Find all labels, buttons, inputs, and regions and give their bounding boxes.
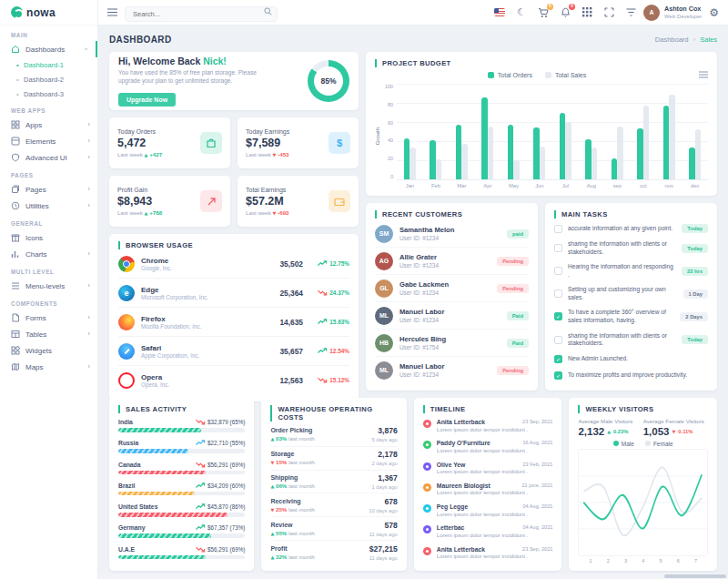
task-checkbox[interactable]: ✓	[554, 355, 562, 363]
search-input[interactable]	[125, 6, 278, 22]
upgrade-now-button[interactable]: Upgrade Now	[118, 93, 176, 107]
scrollbar-thumb[interactable]	[664, 574, 726, 578]
x-tick: 6	[670, 558, 687, 564]
progress-track	[118, 471, 245, 475]
task-text: sharing the information with clients or …	[568, 240, 674, 256]
bar-total-orders	[689, 147, 695, 179]
timeline-row: Peg Legge 04 Aug, 2021 Lorem ipsum dolor…	[423, 500, 553, 521]
stat-value: $7,589	[246, 137, 289, 149]
sales-row-germany: Germany $67,357 (73%)	[118, 521, 245, 542]
legend-female: Female	[645, 441, 673, 447]
sidebar-item-dashboard-1[interactable]: •Dashboard-1	[0, 57, 97, 72]
sidebar-item-icons[interactable]: Icons	[0, 229, 97, 246]
chevron-right-icon: ›	[87, 186, 90, 193]
browser-percent: 15.12%	[309, 377, 349, 383]
stat-title: Today Earnings	[246, 128, 289, 135]
trend-up-icon	[318, 260, 328, 267]
breadcrumb-dashboard[interactable]: Dashboard	[655, 36, 689, 44]
sidebar-item-dashboard-3[interactable]: •Dashboard-3	[0, 86, 97, 101]
avatar: AG	[375, 252, 393, 270]
task-checkbox[interactable]	[554, 267, 562, 275]
task-checkbox[interactable]: ✓	[554, 371, 562, 380]
timeline-dot	[423, 462, 431, 471]
task-checkbox[interactable]	[554, 290, 562, 298]
grid-icon[interactable]	[582, 7, 592, 17]
fullscreen-icon[interactable]	[604, 7, 614, 17]
bar-total-sales	[488, 127, 494, 179]
sidebar-item-apps[interactable]: Apps ›	[0, 117, 97, 133]
bar-total-sales	[565, 122, 571, 179]
cost-label: Shipping	[270, 474, 314, 481]
warehouse-row-profit: Profit ▲ 32% last month $27,215 11 days …	[270, 541, 397, 564]
stat-value: $8,943	[117, 195, 162, 208]
x-tick: Jul	[552, 183, 578, 188]
gear-icon[interactable]: ⚙	[709, 7, 719, 18]
topbar-icons: ☾09	[494, 7, 636, 18]
bar-group-jan	[397, 84, 422, 179]
sidebar-item-pages[interactable]: Pages ›	[0, 181, 97, 198]
cart-icon[interactable]: 0	[538, 7, 549, 18]
timeline-text: Lorem ipsum dolor tempor incididunt .	[437, 427, 553, 432]
bar-total-sales	[410, 147, 416, 179]
orders-icon	[200, 132, 222, 154]
sidebar-item-dashboards[interactable]: Dashboards ›	[0, 41, 97, 57]
sidebar-item-charts[interactable]: Charts ›	[0, 246, 97, 262]
sidebar: nowa MAIN Dashboards › •Dashboard-1 •Das…	[0, 0, 98, 579]
sidebar-item-tables[interactable]: Tables ›	[0, 326, 97, 342]
elements-icon	[11, 137, 20, 146]
filter-icon[interactable]	[626, 8, 636, 16]
moon-icon[interactable]: ☾	[517, 7, 526, 17]
trend-icon	[200, 190, 222, 212]
legend-total-sales: Total Sales	[545, 72, 586, 78]
visitors-legend: Male Female	[578, 441, 708, 447]
breadcrumb-separator: ›	[693, 36, 696, 44]
sidebar-item-menu-levels[interactable]: Menu-levels ›	[0, 278, 97, 294]
legend-total-orders: Total Orders	[488, 72, 532, 78]
bar-total-sales	[643, 106, 650, 179]
breadcrumb-sales[interactable]: Sales	[700, 36, 717, 44]
task-row: Hearing the information and responding .…	[554, 259, 708, 282]
stat-card-total-earnings: Total Earnings $57.2M Last week ▼ -693	[238, 176, 359, 227]
browser-company: Google, Inc.	[141, 265, 172, 271]
sidebar-section-general: GENERAL Icons Charts ›	[0, 220, 97, 262]
sidebar-item-widgets[interactable]: Widgets	[0, 342, 97, 359]
horizontal-scrollbar	[98, 574, 728, 579]
browser-percent: 15.63%	[309, 319, 349, 325]
status-badge: Pending	[497, 366, 529, 375]
stats-grid: Today Orders 5,472 Last week ▲ +427 Toda…	[109, 117, 359, 227]
status-badge: Paid	[507, 339, 529, 348]
task-checkbox[interactable]	[554, 225, 562, 233]
bell-badge: 9	[569, 4, 575, 10]
page-title: DASHBOARD	[109, 35, 172, 45]
task-checkbox[interactable]	[554, 336, 562, 344]
task-checkbox[interactable]	[554, 244, 562, 252]
sidebar-item-maps[interactable]: Maps ›	[0, 359, 97, 375]
browser-row-edge: e Edge Microsoft Corporation, Inc. 25,36…	[118, 279, 349, 308]
browser-row-chrome: Chrome Google, Inc. 35,502 12.75%	[118, 249, 349, 279]
user-role: Web Developer	[664, 14, 702, 19]
progress-track	[118, 492, 245, 496]
task-checkbox[interactable]: ✓	[554, 312, 562, 320]
user-menu[interactable]: A Ashton Cox Web Developer	[643, 5, 702, 21]
sidebar-section-label: PAGES	[11, 172, 97, 178]
bell-icon[interactable]: 9	[561, 7, 571, 18]
dollar-icon: $	[329, 132, 350, 154]
cost-trend: ▲ 32% last month	[270, 554, 314, 560]
us-flag-icon[interactable]	[494, 8, 505, 16]
sales-amount: $34,209 (60%)	[196, 482, 245, 489]
bar-total-orders	[637, 128, 643, 179]
cost-value: 678	[369, 497, 398, 506]
brand-logo[interactable]: nowa	[0, 0, 97, 25]
hamburger-icon[interactable]	[107, 8, 117, 16]
sales-row-russia: Russia $22,710 (55%)	[118, 436, 245, 457]
sidebar-item-forms[interactable]: Forms ›	[0, 310, 97, 326]
sidebar-item-utilities[interactable]: Utilities ›	[0, 198, 97, 214]
sidebar-item-dashboard-2[interactable]: •Dashboard-2	[0, 72, 97, 86]
sidebar-item-advanced-ui[interactable]: Advanced UI ›	[0, 149, 97, 166]
budget-x-axis: JanFebMarAprMayJunJulAugsepoctnovdec	[397, 180, 708, 188]
brand-logo-icon	[11, 6, 23, 18]
timeline-row: Anita Letterback 23 Sep, 2021 Lorem ipsu…	[423, 415, 553, 436]
chart-menu-icon[interactable]	[699, 71, 708, 78]
home-icon	[11, 45, 20, 54]
sidebar-item-elements[interactable]: Elements ›	[0, 133, 97, 149]
